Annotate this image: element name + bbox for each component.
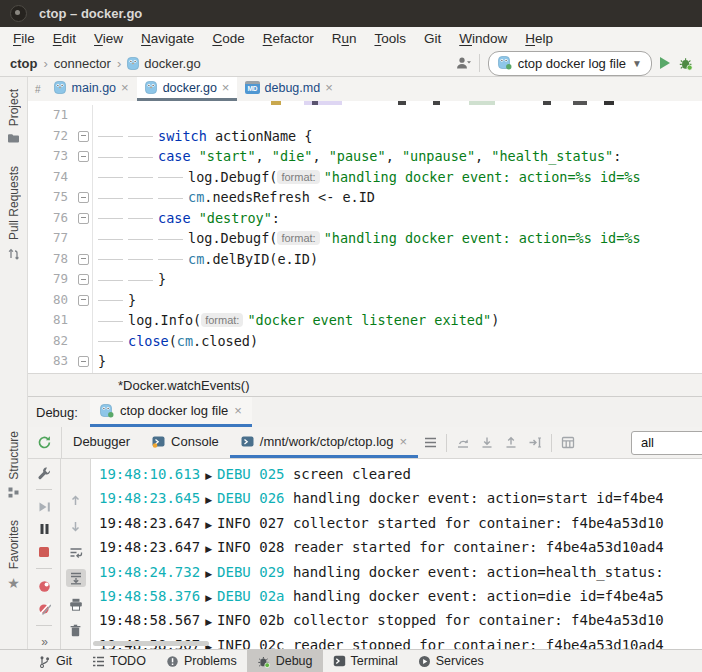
close-icon[interactable]: × [222,81,230,94]
soft-wrap-icon[interactable] [66,543,86,561]
scroll-to-end-icon[interactable] [66,569,86,587]
log-filter-select[interactable]: all [631,431,702,455]
debug-session-tab[interactable]: ctop docker log file × [90,397,252,427]
console-left-toolbar [61,459,91,649]
menu-view[interactable]: View [85,29,132,48]
run-configuration-select[interactable]: ctop docker log file ▼ [488,51,652,76]
breadcrumb-ctop[interactable]: ctop [10,56,37,71]
stripe-item-project[interactable]: Project [7,89,21,144]
editor-tab-debug.md[interactable]: MDdebug.md× [237,77,340,101]
menu-tools[interactable]: Tools [365,29,415,48]
tab-whitespace-glyph [128,157,153,158]
debug-tab-console[interactable]: Console [141,427,230,458]
fold-marker-icon[interactable] [78,192,89,203]
line-number[interactable]: 83 [28,351,76,372]
fold-marker-icon[interactable] [78,151,89,162]
prev-occurrence-icon[interactable] [66,491,86,509]
statusbar-item-todo[interactable]: TODO [82,650,156,672]
line-number[interactable]: 82 [28,331,76,352]
fold-marker-icon[interactable] [78,213,89,224]
line-number[interactable]: 74 [28,167,76,188]
statusbar-item-services[interactable]: Services [408,650,494,672]
menu-git[interactable]: Git [415,29,450,48]
arrow-up-from-line-icon[interactable] [499,432,523,454]
problems-icon [166,655,179,668]
close-icon[interactable]: × [234,404,242,417]
toolbar-divider [551,434,552,452]
pause-button[interactable] [34,522,54,537]
fold-marker-icon[interactable] [78,131,89,142]
menu-edit[interactable]: Edit [44,29,85,48]
line-number[interactable]: 73 [28,146,76,167]
close-icon[interactable]: × [399,435,407,448]
menu-code[interactable]: Code [203,29,253,48]
line-number[interactable]: 77 [28,228,76,249]
run-to-cursor-icon[interactable] [523,432,547,454]
stripe-item-structure[interactable]: Structure [7,431,21,498]
sticky-context-line[interactable]: *Docker.watchEvents() [28,373,702,396]
tab-whitespace-glyph [98,157,123,158]
statusbar-item-git[interactable]: Git [28,650,82,672]
run-button[interactable] [660,57,670,69]
menu-help[interactable]: Help [516,29,562,48]
menu-navigate[interactable]: Navigate [132,29,203,48]
horizontal-scrollbar[interactable] [93,641,209,646]
code-line: 75cm.needsRefresh <- e.ID [28,187,702,208]
user-icon[interactable] [456,56,471,70]
breadcrumb-connector[interactable]: connector [54,56,111,71]
fold-marker-icon[interactable] [78,254,89,265]
fold-gutter [76,126,92,147]
window-menu-button[interactable] [10,5,27,22]
statusbar-item-debug[interactable]: Debug [247,650,323,672]
menu-file[interactable]: File [4,29,44,48]
code-text: } [92,351,702,372]
editor-tab-docker.go[interactable]: docker.go× [137,77,238,101]
up-stack-icon[interactable] [451,432,475,454]
menu-refactor[interactable]: Refactor [254,29,323,48]
line-number[interactable]: 75 [28,187,76,208]
line-number[interactable]: 80 [28,290,76,311]
next-occurrence-icon[interactable] [66,517,86,535]
breadcrumb-docker.go[interactable]: docker.go [127,56,200,71]
menu-run[interactable]: Run [323,29,366,48]
line-number[interactable]: 81 [28,310,76,331]
menu-window[interactable]: Window [450,29,516,48]
console-icon [241,435,254,448]
close-icon[interactable]: × [121,81,129,94]
fold-marker-icon[interactable] [78,274,89,285]
settings-wrench-icon[interactable] [34,465,54,480]
line-number[interactable]: 71 [28,105,76,126]
line-number[interactable]: 84 [28,372,76,374]
debug-button[interactable] [678,56,694,71]
arrow-down-to-line-icon[interactable] [475,432,499,454]
code-line: 78cm.delByID(e.ID) [28,249,702,270]
log-console[interactable]: 19:48:10.613▶DEBU 025 screen cleared19:4… [91,459,702,649]
print-icon[interactable] [66,595,86,613]
debug-tab-debugger[interactable]: Debugger [62,427,141,458]
tab-whitespace-glyph [128,218,153,219]
statusbar-item-terminal[interactable]: Terminal [323,650,408,672]
clear-trash-icon[interactable] [66,621,86,639]
restore-layout-icon[interactable] [556,432,580,454]
line-number[interactable]: 78 [28,249,76,270]
stripe-item-pull-requests[interactable]: Pull Requests [7,166,21,260]
line-number[interactable]: 76 [28,208,76,229]
fold-marker-icon[interactable] [78,356,89,367]
stripe-item-favorites[interactable]: Favorites★ [7,520,21,590]
stop-button[interactable] [34,544,54,559]
more-actions-icon[interactable]: » [41,635,47,649]
statusbar-item-problems[interactable]: Problems [156,650,247,672]
editor-tab-main.go[interactable]: main.go× [46,77,137,101]
view-breakpoints-icon[interactable] [34,578,54,593]
debug-tab--mnt-work-ctop-ctop-log[interactable]: /mnt/work/ctop/ctop.log× [230,427,418,458]
fold-marker-icon[interactable] [78,295,89,306]
mute-breakpoints-icon[interactable] [34,601,54,616]
close-icon[interactable]: × [325,81,333,94]
code-editor[interactable]: 7172switch actionName {73case "start", "… [28,101,702,373]
tab-options-icon[interactable]: # [30,84,46,95]
resume-button[interactable] [34,499,54,514]
line-number[interactable]: 79 [28,269,76,290]
rerun-button[interactable] [28,427,62,458]
hamburger-menu-icon[interactable] [418,432,442,454]
line-number[interactable]: 72 [28,126,76,147]
